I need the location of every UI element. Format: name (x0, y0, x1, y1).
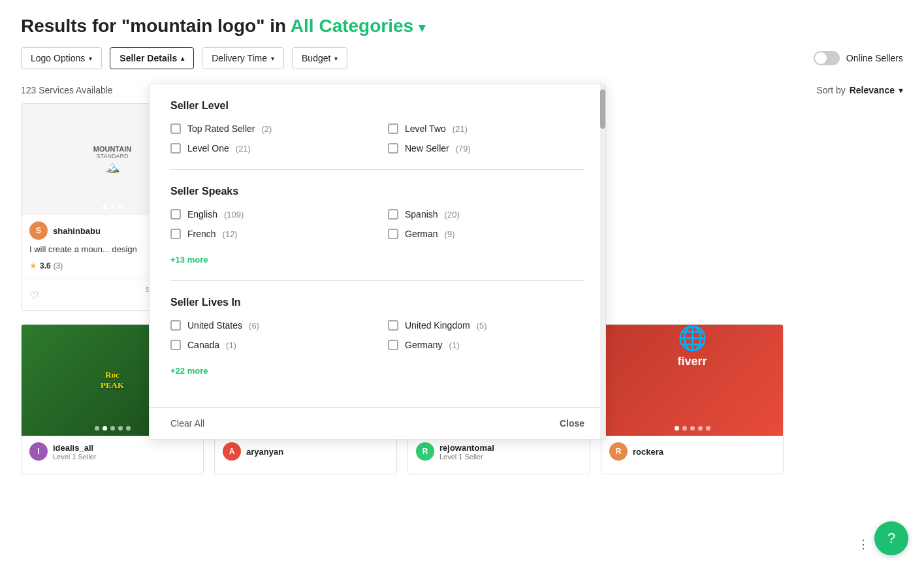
all-categories-link[interactable]: All Categories (291, 16, 425, 36)
card-image: 🌐 fiverr (601, 325, 783, 436)
seller-speaks-options: English (109) Spanish (20) French (12) G… (170, 209, 584, 239)
checkbox-german[interactable] (388, 229, 398, 239)
avatar: A (223, 442, 241, 461)
option-label: United Kingdom (405, 320, 470, 331)
toggle-switch[interactable] (814, 51, 840, 65)
avatar: S (29, 221, 48, 240)
avatar: R (609, 442, 628, 461)
option-new-seller[interactable]: New Seller (79) (388, 143, 584, 154)
option-label: Top Rated Seller (187, 123, 255, 134)
budget-filter[interactable]: Budget ▾ (292, 47, 347, 69)
clear-all-button[interactable]: Clear All (170, 418, 204, 429)
option-count: (21) (453, 124, 468, 134)
option-canada[interactable]: Canada (1) (170, 340, 367, 350)
seller-level-title: Seller Level (170, 100, 584, 112)
favorite-button[interactable]: ♡ (29, 289, 39, 302)
option-label: Germany (405, 340, 443, 350)
chevron-down-icon: ▾ (89, 55, 92, 62)
logo-options-filter[interactable]: Logo Options ▾ (21, 47, 102, 69)
rating-number: 3.6 (40, 261, 51, 270)
delivery-time-filter[interactable]: Delivery Time ▾ (202, 47, 284, 69)
option-label: United States (187, 320, 242, 331)
option-count: (79) (456, 144, 471, 154)
seller-details-filter[interactable]: Seller Details ▴ (110, 47, 194, 69)
option-english[interactable]: English (109) (170, 209, 367, 220)
title-prefix: Results for "mountain logo" in (21, 16, 286, 36)
sort-value: Relevance (850, 85, 895, 95)
avatar: R (416, 442, 434, 461)
chevron-down-icon: ▾ (271, 55, 274, 62)
rating-count: (3) (54, 261, 63, 270)
option-level-two[interactable]: Level Two (21) (388, 123, 584, 134)
checkbox-united-kingdom[interactable] (388, 320, 398, 331)
more-options-button[interactable]: ⋮ (857, 537, 869, 551)
option-label: Canada (187, 340, 219, 350)
seller-level-options: Top Rated Seller (2) Level Two (21) Leve… (170, 123, 584, 154)
option-count: (6) (249, 321, 259, 331)
chevron-down-icon: ▾ (899, 85, 903, 95)
seller-level: Level 1 Seller (439, 453, 494, 461)
service-card[interactable]: 🌐 fiverr R rockera (601, 324, 784, 474)
chevron-up-icon: ▴ (181, 55, 184, 62)
checkbox-level-one[interactable] (170, 143, 181, 154)
show-more-speaks[interactable]: +13 more (170, 255, 584, 265)
show-more-lives[interactable]: +22 more (170, 366, 584, 376)
option-count: (1) (449, 340, 460, 350)
option-label: Level Two (405, 123, 446, 134)
close-button[interactable]: Close (560, 418, 584, 429)
option-count: (9) (445, 229, 455, 239)
checkbox-spanish[interactable] (388, 209, 398, 220)
seller-level: Level 1 Seller (53, 453, 97, 461)
option-count: (20) (445, 210, 460, 220)
seller-name: aryanyan (246, 447, 283, 457)
option-count: (21) (236, 144, 251, 154)
option-count: (109) (224, 210, 244, 220)
option-united-states[interactable]: United States (6) (170, 320, 367, 331)
services-count: 123 Services Available (21, 85, 113, 95)
option-label: Spanish (405, 209, 438, 220)
option-german[interactable]: German (9) (388, 229, 584, 239)
seller-name: rockera (633, 447, 663, 457)
option-count: (12) (223, 229, 238, 239)
checkbox-united-states[interactable] (170, 320, 181, 331)
online-sellers-label: Online Sellers (846, 53, 903, 63)
option-top-rated-seller[interactable]: Top Rated Seller (2) (170, 123, 367, 134)
option-label: English (187, 209, 217, 220)
checkbox-top-rated[interactable] (170, 123, 181, 134)
help-button[interactable]: ? (874, 521, 908, 555)
seller-speaks-title: Seller Speaks (170, 186, 584, 197)
checkbox-germany[interactable] (388, 340, 398, 350)
dropdown-footer: Clear All Close (150, 407, 605, 439)
scrollbar-track[interactable] (600, 84, 605, 439)
chevron-down-icon: ▾ (334, 55, 338, 62)
checkbox-level-two[interactable] (388, 123, 398, 134)
option-label: New Seller (405, 143, 449, 154)
seller-lives-title: Seller Lives In (170, 297, 584, 308)
checkbox-french[interactable] (170, 229, 181, 239)
option-count: (1) (226, 340, 236, 350)
sort-control[interactable]: Sort by Relevance ▾ (816, 85, 903, 95)
checkbox-english[interactable] (170, 209, 181, 220)
seller-lives-options: United States (6) United Kingdom (5) Can… (170, 320, 584, 350)
option-label: German (405, 229, 438, 239)
filter-bar: Logo Options ▾ Seller Details ▴ Delivery… (0, 47, 924, 80)
option-spanish[interactable]: Spanish (20) (388, 209, 584, 220)
option-french[interactable]: French (12) (170, 229, 367, 239)
seller-name: rejowantomal (439, 443, 494, 453)
sort-label: Sort by (816, 85, 845, 95)
scrollbar-thumb[interactable] (600, 90, 605, 129)
option-count: (2) (262, 124, 272, 134)
star-icon: ★ (29, 261, 37, 270)
page-title: Results for "mountain logo" in All Categ… (21, 16, 903, 37)
checkbox-new-seller[interactable] (388, 143, 398, 154)
option-germany[interactable]: Germany (1) (388, 340, 584, 350)
seller-name: shahinbabu (53, 226, 101, 236)
checkbox-canada[interactable] (170, 340, 181, 350)
online-sellers-toggle[interactable]: Online Sellers (814, 51, 903, 65)
avatar: I (29, 442, 48, 461)
option-count: (5) (477, 321, 487, 331)
option-label: Level One (187, 143, 229, 154)
option-label: French (187, 229, 216, 239)
option-level-one[interactable]: Level One (21) (170, 143, 367, 154)
option-united-kingdom[interactable]: United Kingdom (5) (388, 320, 584, 331)
